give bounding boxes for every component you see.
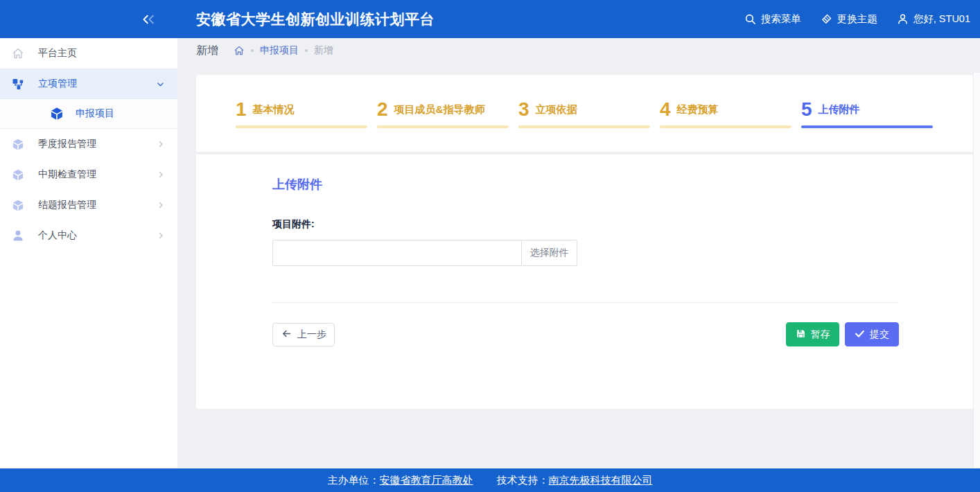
step-3-project-basis[interactable]: 3立项依据 <box>518 100 660 152</box>
cube-icon <box>12 138 24 150</box>
host-prefix: 主办单位： <box>328 474 380 486</box>
home-icon <box>12 47 24 60</box>
chevron-right-icon <box>157 201 165 209</box>
save-floppy-icon <box>796 328 806 341</box>
attachment-field-label: 项目附件: <box>272 218 896 231</box>
step-underline <box>518 125 650 128</box>
attachment-input-group: 选择附件 <box>272 240 577 266</box>
sidebar-item-home[interactable]: 平台主页 <box>0 38 177 69</box>
step-2-members-teachers[interactable]: 2项目成员&指导教师 <box>377 100 518 152</box>
collapse-sidebar-icon[interactable] <box>140 13 159 26</box>
top-header: 安徽省大学生创新创业训练计划平台 搜索菜单 更换主题 您好, STU01 <box>0 0 980 38</box>
app-window: 安徽省大学生创新创业训练计划平台 搜索菜单 更换主题 您好, STU01 平台主… <box>0 0 980 492</box>
user-icon <box>897 13 909 25</box>
sidebar-item-quarterly-report[interactable]: 季度报告管理 <box>0 129 177 159</box>
step-4-budget[interactable]: 4经费预算 <box>660 100 801 152</box>
check-icon <box>855 328 865 341</box>
breadcrumb-home-icon[interactable] <box>234 45 245 56</box>
cube-icon <box>12 199 24 211</box>
upload-panel: 上传附件 项目附件: 选择附件 上一步 暂存 <box>196 155 973 409</box>
header-sidebar-zone <box>0 0 177 38</box>
cube-icon <box>50 107 64 121</box>
sitemap-icon <box>12 78 24 90</box>
sidebar-item-project-management[interactable]: 立项管理 <box>0 69 177 99</box>
attachment-filename-input[interactable] <box>272 240 522 266</box>
cube-icon <box>12 168 24 181</box>
step-5-upload-attachments[interactable]: 5上传附件 <box>801 100 943 152</box>
wizard-steps: 1基本情况 2项目成员&指导教师 3立项依据 4经费预算 5上传附件 <box>196 75 973 152</box>
sidebar-item-final-report[interactable]: 结题报告管理 <box>0 190 177 220</box>
support-org-link[interactable]: 南京先极科技有限公司 <box>549 474 653 486</box>
step-underline <box>377 125 509 128</box>
search-menu-button[interactable]: 搜索菜单 <box>744 12 801 26</box>
vertical-scrollbar[interactable] <box>973 73 980 468</box>
submit-button-group: 暂存 提交 <box>786 322 899 346</box>
choose-file-button[interactable]: 选择附件 <box>522 240 577 266</box>
breadcrumb-current: 新增 <box>314 44 333 57</box>
section-title: 上传附件 <box>272 155 896 193</box>
sidebar-item-personal-center[interactable]: 个人中心 <box>0 220 177 251</box>
submit-button[interactable]: 提交 <box>845 322 899 346</box>
footer: 主办单位：安徽省教育厅高教处技术支持：南京先极科技有限公司 <box>0 468 980 492</box>
support-prefix: 技术支持： <box>497 474 549 486</box>
breadcrumb: 新增 申报项目 新增 <box>177 38 980 63</box>
save-draft-button[interactable]: 暂存 <box>786 322 839 346</box>
sidebar-item-midterm-check[interactable]: 中期检查管理 <box>0 159 177 190</box>
sidebar-subitem-declare-project[interactable]: 申报项目 <box>0 99 177 129</box>
chevron-right-icon <box>157 140 165 148</box>
actions-row: 上一步 暂存 提交 <box>272 322 899 346</box>
breadcrumb-link-declare-project[interactable]: 申报项目 <box>260 44 299 57</box>
step-underline <box>801 125 933 128</box>
sidebar: 平台主页 立项管理 申报项目 季度报告管理 <box>0 38 177 468</box>
step-underline <box>660 125 791 128</box>
app-title: 安徽省大学生创新创业训练计划平台 <box>196 10 435 29</box>
chevron-right-icon <box>157 231 165 240</box>
search-icon <box>744 13 756 25</box>
user-greeting[interactable]: 您好, STU01 <box>897 12 970 26</box>
breadcrumb-separator <box>305 49 308 52</box>
arrow-left-icon <box>281 328 292 341</box>
step-underline <box>236 125 367 128</box>
change-theme-button[interactable]: 更换主题 <box>821 12 877 26</box>
step-1-basic-info[interactable]: 1基本情况 <box>236 100 377 152</box>
main-content: 新增 申报项目 新增 1基本情况 2项目成员&指导教师 3立项依据 <box>177 38 980 468</box>
header-actions: 搜索菜单 更换主题 您好, STU01 <box>744 12 980 26</box>
host-org-link[interactable]: 安徽省教育厅高教处 <box>380 474 473 486</box>
divider <box>272 302 899 303</box>
theme-brush-icon <box>821 13 832 25</box>
page-title: 新增 <box>196 44 218 58</box>
chevron-right-icon <box>157 170 165 179</box>
chevron-down-icon <box>156 80 165 89</box>
breadcrumb-separator <box>251 49 254 52</box>
user-icon <box>12 229 24 242</box>
previous-step-button[interactable]: 上一步 <box>272 323 335 346</box>
